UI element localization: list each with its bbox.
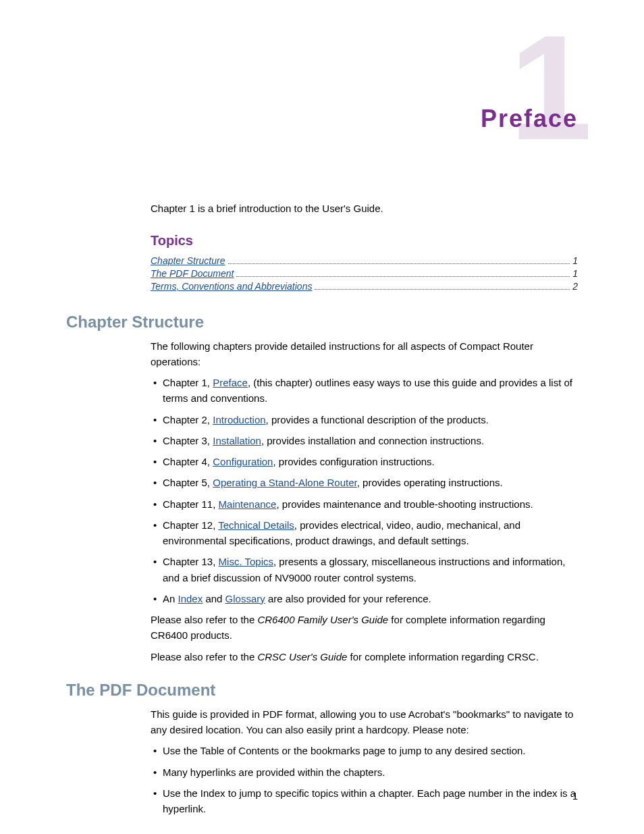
link-configuration[interactable]: Configuration xyxy=(213,456,273,467)
link-misc-topics[interactable]: Misc. Topics xyxy=(219,556,273,567)
toc-page: 1 xyxy=(572,255,578,266)
section2-intro: This guide is provided in PDF format, al… xyxy=(151,706,578,738)
toc-leader-dots xyxy=(228,263,570,264)
section1-intro: The following chapters provide detailed … xyxy=(151,338,578,370)
list-item: Chapter 1, Preface, (this chapter) outli… xyxy=(151,375,578,407)
list-item: Chapter 4, Configuration, provides confi… xyxy=(151,454,578,469)
refer-crsc: Please also refer to the CRSC User's Gui… xyxy=(151,649,578,664)
page-number: 1 xyxy=(572,790,578,802)
topics-toc: Chapter Structure 1 The PDF Document 1 T… xyxy=(151,255,578,292)
toc-row: Terms, Conventions and Abbreviations 2 xyxy=(151,281,578,292)
link-glossary[interactable]: Glossary xyxy=(225,593,265,604)
list-item: Chapter 12, Technical Details, provides … xyxy=(151,517,578,549)
link-technical-details[interactable]: Technical Details xyxy=(218,519,294,531)
list-item: Chapter 13, Misc. Topics, presents a glo… xyxy=(151,554,578,585)
link-preface[interactable]: Preface xyxy=(213,377,248,388)
list-item: Use the Index to jump to specific topics… xyxy=(151,785,578,817)
topics-heading: Topics xyxy=(151,233,578,249)
chapter-intro: Chapter 1 is a brief introduction to the… xyxy=(151,201,578,217)
link-installation[interactable]: Installation xyxy=(213,435,261,446)
section-body-chapter-structure: The following chapters provide detailed … xyxy=(151,338,578,664)
toc-row: The PDF Document 1 xyxy=(151,268,578,280)
pdf-notes-list: Use the Table of Contents or the bookmar… xyxy=(151,743,578,816)
chapter-list: Chapter 1, Preface, (this chapter) outli… xyxy=(151,375,578,606)
toc-page: 2 xyxy=(572,281,578,292)
section-heading-pdf-document: The PDF Document xyxy=(66,681,578,700)
toc-link-pdf-document[interactable]: The PDF Document xyxy=(151,268,234,279)
toc-row: Chapter Structure 1 xyxy=(151,255,578,267)
list-item: Use the Table of Contents or the bookmar… xyxy=(151,743,578,758)
list-item: Chapter 3, Installation, provides instal… xyxy=(151,433,578,448)
chapter-number-watermark: 1 xyxy=(510,14,587,162)
toc-link-terms[interactable]: Terms, Conventions and Abbreviations xyxy=(151,281,312,292)
list-item: Chapter 5, Operating a Stand-Alone Route… xyxy=(151,475,578,490)
section-body-pdf-document: This guide is provided in PDF format, al… xyxy=(151,706,578,817)
section-heading-chapter-structure: Chapter Structure xyxy=(66,313,578,332)
toc-link-chapter-structure[interactable]: Chapter Structure xyxy=(151,255,225,266)
toc-leader-dots xyxy=(236,276,570,277)
toc-leader-dots xyxy=(315,289,570,290)
link-maintenance[interactable]: Maintenance xyxy=(219,498,277,510)
toc-page: 1 xyxy=(572,268,578,279)
link-operating[interactable]: Operating a Stand-Alone Router xyxy=(213,477,356,488)
list-item: Chapter 2, Introduction, provides a func… xyxy=(151,412,578,427)
link-introduction[interactable]: Introduction xyxy=(213,414,265,425)
list-item: Many hyperlinks are provided within the … xyxy=(151,764,578,780)
link-index[interactable]: Index xyxy=(178,593,203,604)
refer-cr6400: Please also refer to the CR6400 Family U… xyxy=(151,612,578,644)
list-item: An Index and Glossary are also provided … xyxy=(151,591,578,606)
chapter-title: Preface xyxy=(481,105,578,133)
list-item: Chapter 11, Maintenance, provides mainte… xyxy=(151,496,578,512)
